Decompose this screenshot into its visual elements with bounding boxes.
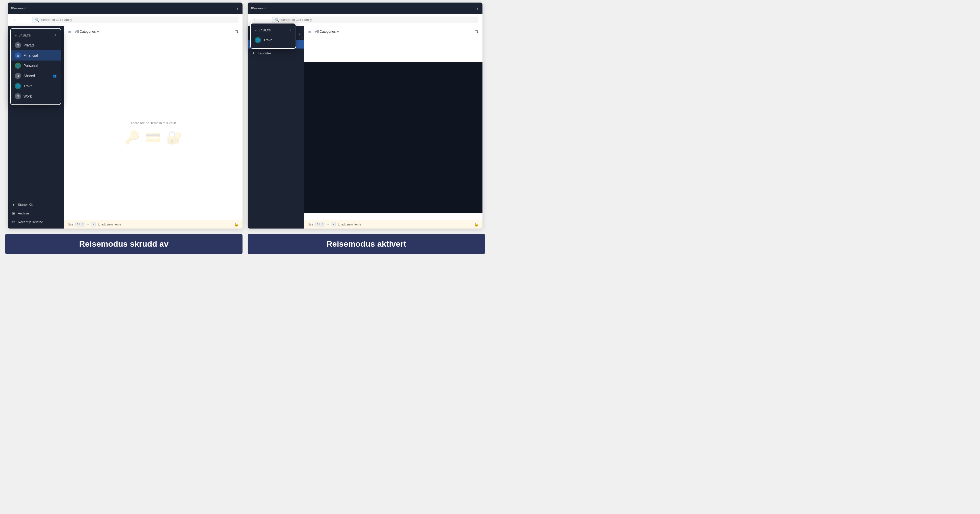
right-main-content: ⊞ All Categories ∨ ⇅ an item to get star… [304, 26, 482, 229]
right-vaults-label: VAULTS [259, 29, 287, 32]
left-vault-shared-icon: ⚙ [15, 73, 21, 79]
left-vault-travel-icon: 🌐 [15, 83, 21, 89]
left-title-bar: 1Password ⋮ [8, 3, 242, 14]
left-toolbar: ← → 🔍 Search in Our Family [8, 14, 242, 26]
left-search-box[interactable]: 🔍 Search in Our Family [32, 17, 239, 23]
right-hint-key1: Ctrl [315, 222, 325, 226]
right-favorites-label: Favorites [258, 51, 271, 55]
right-hint-lock-icon: 🔒 [474, 223, 478, 226]
right-hint-text-after: to add new items [338, 223, 361, 226]
left-back-button[interactable]: ← [12, 17, 19, 23]
left-vault-personal-label: Personal [24, 64, 38, 68]
right-vaults-add[interactable]: + [289, 27, 291, 33]
left-sort-button[interactable]: ⇅ [235, 29, 239, 34]
left-vault-travel[interactable]: 🌐 Travel [11, 81, 61, 91]
right-sidebar: 👨‍👩‍👧 Our Family ∨ ☰ All Items ★ Favorit… [248, 26, 304, 229]
left-vaults-collapse[interactable]: ∨ [15, 34, 17, 37]
left-vaults-label: VAULTS [19, 34, 52, 37]
right-content-area: 👨‍👩‍👧 Our Family ∨ ☰ All Items ★ Favorit… [248, 26, 482, 229]
left-vault-private-label: Private [24, 43, 35, 47]
left-empty-icon-3: 🔐 [166, 130, 182, 145]
left-recently-deleted[interactable]: ↺ Recently Deleted [8, 218, 64, 226]
left-caption-box: Reisemodus skrudd av [5, 234, 242, 254]
right-hint-bar: Use Ctrl + N to add new items 🔒 [304, 220, 482, 229]
left-hint-text-after: to add new items [98, 223, 121, 226]
right-search-input[interactable]: Search in Our Family [281, 18, 476, 22]
right-forward-button[interactable]: → [262, 17, 269, 23]
left-vault-financial[interactable]: ⊕ Financial [11, 50, 61, 60]
left-vault-work[interactable]: ⚙ Work [11, 91, 61, 101]
right-hint-plus: + [327, 223, 329, 226]
left-category-bar: ⊞ All Categories ∨ ⇅ [64, 26, 242, 37]
right-category-button[interactable]: All Categories ∨ [313, 29, 341, 35]
right-vault-travel[interactable]: 🌐 Travel [251, 35, 296, 45]
left-category-label: All Categories [75, 30, 96, 33]
left-vault-work-icon: ⚙ [15, 93, 21, 99]
left-hint-bar: Use Ctrl + N to add new items 🔒 [64, 220, 242, 229]
right-sort-button[interactable]: ⇅ [475, 29, 478, 34]
left-hint-lock-icon: 🔒 [234, 223, 239, 226]
left-vault-personal[interactable]: 👤 Personal [11, 60, 61, 71]
captions-row: Reisemodus skrudd av Reisemodus aktivert [0, 231, 490, 257]
right-category-bar: ⊞ All Categories ∨ ⇅ [304, 26, 482, 37]
left-panel: 1Password ⋮ ← → 🔍 Search in Our Family [8, 3, 242, 229]
right-back-button[interactable]: ← [252, 17, 259, 23]
left-vault-financial-icon: ⊕ [15, 53, 21, 59]
left-vault-private[interactable]: ⚙ Private [11, 40, 61, 50]
left-search-input[interactable]: Search in Our Family [41, 18, 235, 22]
left-forward-button[interactable]: → [22, 17, 29, 23]
left-empty-icons: 🔑 💳 🔐 [124, 130, 182, 145]
left-recently-deleted-label: Recently Deleted [18, 220, 43, 224]
right-caption-text: Reisemodus aktivert [326, 239, 406, 249]
right-vaults-collapse[interactable]: ∨ [255, 29, 257, 32]
left-search-icon: 🔍 [35, 18, 39, 22]
left-category-chevron: ∨ [97, 30, 99, 33]
right-dark-overlay [304, 62, 482, 213]
left-vault-travel-label: Travel [24, 84, 33, 88]
left-starter-kit-label: Starter Kit [18, 203, 33, 207]
left-vaults-popup: ∨ VAULTS + ⚙ Private ⊕ Financial 👤 Perso… [10, 28, 61, 105]
right-app-logo: 1Password [251, 6, 266, 10]
right-vault-travel-icon: 🌐 [255, 37, 261, 43]
left-menu-icon[interactable]: ⋮ [235, 6, 239, 11]
right-search-box[interactable]: 🔍 Search in Our Family [272, 17, 478, 23]
left-vault-private-icon: ⚙ [15, 42, 21, 48]
left-archive[interactable]: ▣ Archive [8, 209, 64, 217]
left-vault-personal-icon: 👤 [15, 62, 21, 69]
right-hint-text-before: Use [308, 223, 313, 226]
left-hint-key2: N [91, 222, 96, 226]
left-archive-label: Archive [18, 212, 29, 215]
left-vault-work-label: Work [24, 94, 32, 98]
left-vault-shared-label: Shared [24, 74, 35, 78]
left-starter-kit[interactable]: ● Starter Kit [8, 201, 64, 208]
right-vault-chevron: ∨ [298, 33, 300, 36]
right-menu-icon[interactable]: ⋮ [475, 6, 479, 11]
left-empty-icon-1: 🔑 [124, 130, 140, 145]
right-category-label: All Categories [315, 30, 336, 33]
left-empty-icon-2: 💳 [145, 130, 161, 145]
left-empty-state: There are no items in this vault 🔑 💳 🔐 U… [64, 37, 242, 229]
left-hint-key1: Ctrl [75, 222, 85, 226]
right-favorites-icon: ★ [251, 51, 256, 56]
right-sidebar-favorites[interactable]: ★ Favorites [248, 49, 304, 57]
left-main-content: ⊞ All Categories ∨ ⇅ There are no items … [64, 26, 242, 229]
left-grid-icon: ⊞ [68, 30, 71, 34]
left-vault-financial-label: Financial [24, 53, 38, 57]
right-search-icon: 🔍 [275, 18, 279, 22]
right-hint-key2: N [331, 222, 336, 226]
left-app-logo: 1Password [11, 6, 25, 10]
left-recently-deleted-icon: ↺ [11, 220, 16, 224]
right-caption-box: Reisemodus aktivert [248, 234, 485, 254]
right-panel: 1Password ⋮ ← → 🔍 Search in Our Family [248, 3, 482, 229]
right-vaults-popup-header: ∨ VAULTS + [251, 27, 296, 35]
right-vault-travel-label: Travel [263, 38, 273, 42]
left-empty-message: There are no items in this vault [130, 121, 176, 125]
left-vault-shared-people-icon: 👥 [53, 74, 57, 78]
left-category-button[interactable]: All Categories ∨ [73, 29, 101, 35]
left-caption-text: Reisemodus skrudd av [79, 239, 169, 249]
right-vaults-popup: ∨ VAULTS + 🌐 Travel [250, 23, 296, 49]
left-hint-plus: + [87, 223, 89, 226]
left-vaults-add[interactable]: + [54, 33, 57, 38]
right-title-bar: 1Password ⋮ [248, 3, 482, 14]
left-vault-shared[interactable]: ⚙ Shared 👥 [11, 71, 61, 81]
